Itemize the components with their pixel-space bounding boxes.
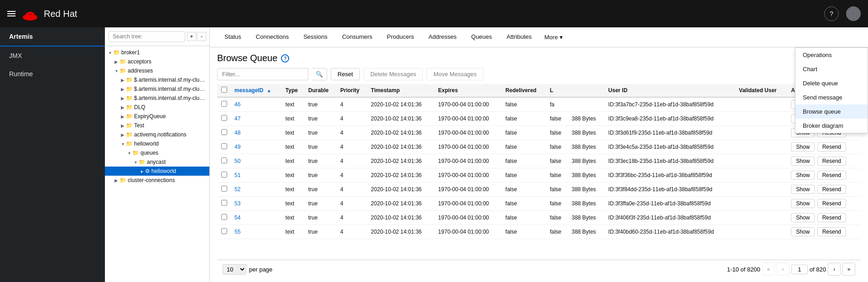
delete-messages-button[interactable]: Delete Messages — [364, 68, 423, 80]
tab-connections[interactable]: Connections — [249, 27, 296, 47]
row-checkbox[interactable] — [221, 228, 227, 234]
col-redelivered[interactable]: Redelivered — [502, 84, 546, 97]
col-validated-user[interactable]: Validated User — [735, 84, 787, 97]
tree-node-expiryqueue[interactable]: ▶ 📁 ExpiryQueue — [105, 112, 209, 121]
cell-messageid: 53 — [231, 197, 282, 211]
row-checkbox-cell[interactable] — [217, 211, 231, 225]
hamburger-button[interactable] — [7, 10, 16, 18]
filter-search-button[interactable]: 🔍 — [312, 68, 327, 80]
row-checkbox-cell[interactable] — [217, 126, 231, 140]
dropdown-item-delete-queue[interactable]: Delete queue — [795, 76, 868, 90]
tree-node-queues[interactable]: ▾ 📁 queues — [105, 148, 209, 157]
tree-node-artemis2[interactable]: ▶ 📁 $.artemis.internal.sf.my-clust... — [105, 84, 209, 94]
row-checkbox[interactable] — [221, 115, 227, 121]
resend-button[interactable]: Resend — [817, 199, 846, 208]
tree-node-dlq[interactable]: ▶ 📁 DLQ — [105, 103, 209, 112]
page-number-input[interactable] — [791, 265, 808, 274]
resend-button[interactable]: Resend — [817, 157, 846, 166]
tree-node-acceptors[interactable]: ▶ 📁 acceptors — [105, 57, 209, 66]
tree-node-artemis3[interactable]: ▶ 📁 $.artemis.internal.sf.my-clust... — [105, 94, 209, 103]
tree-node-artemis1[interactable]: ▶ 📁 $.artemis.internal.sf.my-clust... — [105, 75, 209, 84]
tab-consumers[interactable]: Consumers — [335, 27, 379, 47]
tree-node-anycast[interactable]: ▾ 📁 anycast — [105, 157, 209, 167]
cell-validated-user — [735, 183, 787, 197]
col-l[interactable]: L — [546, 84, 568, 97]
dropdown-item-browse-queue[interactable]: Browse queue — [795, 104, 868, 119]
tree-node-helloworld-folder[interactable]: ▾ 📁 helloworld — [105, 139, 209, 148]
row-checkbox[interactable] — [221, 186, 227, 192]
col-durable[interactable]: Durable — [305, 84, 337, 97]
resend-button[interactable]: Resend — [817, 227, 846, 236]
show-button[interactable]: Show — [791, 142, 815, 151]
row-checkbox-cell[interactable] — [217, 183, 231, 197]
row-checkbox[interactable] — [221, 143, 227, 149]
col-priority[interactable]: Priority — [337, 84, 367, 97]
row-checkbox-cell[interactable] — [217, 97, 231, 112]
col-timestamp[interactable]: Timestamp — [367, 84, 435, 97]
show-button[interactable]: Show — [791, 213, 815, 222]
col-userid[interactable]: User ID — [605, 84, 736, 97]
row-checkbox[interactable] — [221, 200, 227, 206]
show-button[interactable]: Show — [791, 157, 815, 166]
tree-collapse-button[interactable]: - — [197, 32, 206, 41]
tab-more-button[interactable]: More ▾ — [539, 27, 569, 47]
row-checkbox[interactable] — [221, 214, 227, 220]
last-page-button[interactable]: » — [842, 263, 855, 276]
tree-node-addresses[interactable]: ▾ 📁 addresses — [105, 66, 209, 75]
row-checkbox-cell[interactable] — [217, 197, 231, 211]
dropdown-item-operations[interactable]: Operations — [795, 48, 868, 62]
tree-search-input[interactable] — [109, 31, 185, 42]
per-page-dropdown[interactable]: 10 25 50 100 — [223, 264, 246, 275]
first-page-button[interactable]: « — [762, 263, 775, 276]
prev-page-button[interactable]: ‹ — [777, 263, 790, 276]
show-button[interactable]: Show — [791, 199, 815, 208]
tab-attributes[interactable]: Attributes — [499, 27, 539, 47]
reset-button[interactable]: Reset — [331, 68, 360, 80]
row-checkbox[interactable] — [221, 157, 227, 163]
sidebar-item-runtime[interactable]: Runtime — [0, 65, 105, 83]
help-icon[interactable]: ? — [281, 54, 289, 63]
row-checkbox[interactable] — [221, 172, 227, 178]
tab-addresses[interactable]: Addresses — [421, 27, 464, 47]
resend-button[interactable]: Resend — [817, 185, 846, 194]
cell-userid: ID:3f3c9ea8-235d-11eb-af1d-38baf858f59d — [605, 112, 736, 126]
resend-button[interactable]: Resend — [817, 213, 846, 222]
row-checkbox[interactable] — [221, 101, 227, 107]
tree-node-cluster-connections[interactable]: ▶ 📁 cluster-connections — [105, 176, 209, 185]
tab-status[interactable]: Status — [217, 27, 249, 47]
resend-button[interactable]: Resend — [817, 142, 846, 151]
row-checkbox-cell[interactable] — [217, 168, 231, 183]
next-page-button[interactable]: › — [828, 263, 841, 276]
show-button[interactable]: Show — [791, 227, 815, 236]
resend-button[interactable]: Resend — [817, 171, 846, 180]
row-checkbox-cell[interactable] — [217, 112, 231, 126]
dropdown-item-broker-diagram[interactable]: Broker diagram — [795, 119, 868, 133]
select-all-header[interactable] — [217, 84, 231, 97]
row-checkbox-cell[interactable] — [217, 154, 231, 168]
col-messageid[interactable]: messageID ▲ — [231, 84, 282, 97]
row-checkbox-cell[interactable] — [217, 140, 231, 154]
col-expires[interactable]: Expires — [435, 84, 502, 97]
tree-node-helloworld-queue[interactable]: ▸ ⚙ helloworld — [105, 167, 209, 176]
tab-producers[interactable]: Producers — [379, 27, 421, 47]
tree-node-test[interactable]: ▶ 📁 Test — [105, 121, 209, 130]
help-button[interactable]: ? — [824, 6, 839, 21]
sidebar-item-artemis[interactable]: Artemis — [0, 27, 105, 47]
tree-expand-button[interactable]: + — [187, 32, 196, 41]
filter-input[interactable] — [217, 68, 308, 80]
tab-queues[interactable]: Queues — [464, 27, 499, 47]
row-checkbox-cell[interactable] — [217, 225, 231, 239]
dropdown-item-send-message[interactable]: Send message — [795, 90, 868, 104]
user-avatar[interactable] — [846, 6, 861, 21]
tab-sessions[interactable]: Sessions — [296, 27, 335, 47]
show-button[interactable]: Show — [791, 185, 815, 194]
dropdown-item-chart[interactable]: Chart — [795, 62, 868, 76]
select-all-checkbox[interactable] — [221, 87, 227, 93]
row-checkbox[interactable] — [221, 129, 227, 135]
show-button[interactable]: Show — [791, 171, 815, 180]
col-type[interactable]: Type — [282, 84, 305, 97]
tree-node-broker1[interactable]: ▾ 📁 broker1 — [105, 48, 209, 57]
move-messages-button[interactable]: Move Messages — [426, 68, 483, 80]
sidebar-item-jmx[interactable]: JMX — [0, 47, 105, 65]
tree-node-activemq[interactable]: ▶ 📁 activemq.notifications — [105, 130, 209, 139]
